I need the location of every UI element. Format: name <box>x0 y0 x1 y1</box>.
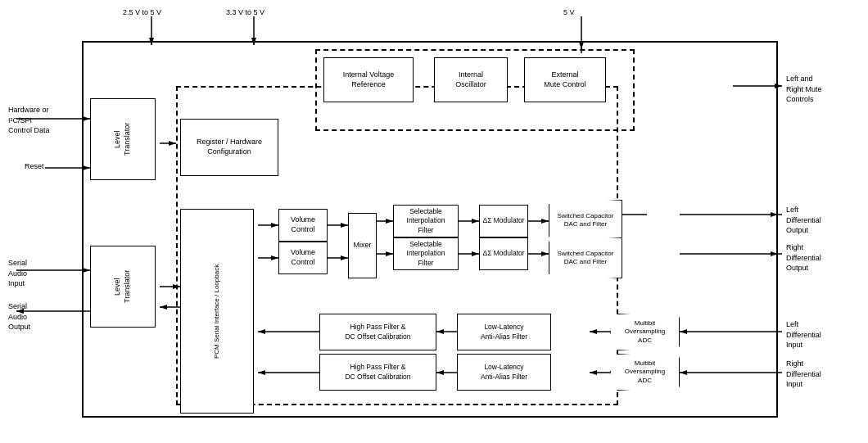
right-diff-in-label: RightDifferentialInput <box>786 359 821 390</box>
register-hw-config-block: Register / HardwareConfiguration <box>180 119 278 176</box>
reset-label: Reset <box>25 161 44 172</box>
selectable-interp-bottom-block: SelectableInterpolationFilter <box>393 237 459 270</box>
switched-cap-top-block: Switched CapacitorDAC and Filter <box>549 200 622 241</box>
high-pass-filter-bottom-block: High Pass Filter &DC Offset Calibration <box>319 354 436 391</box>
external-mute-control-block: ExternalMute Control <box>524 57 606 102</box>
left-diff-out-label: LeftDifferentialOutput <box>786 205 821 236</box>
volume-control-top-block: VolumeControl <box>278 209 328 242</box>
level-translator-bottom-block: LevelTranslator <box>90 246 156 328</box>
multibit-adc-top-block: MultibitOversamplingADC <box>610 314 680 350</box>
left-right-mute-label: Left andRight MuteControls <box>786 74 822 105</box>
voltage-label-5: 5 V <box>563 8 575 16</box>
mixer-block: Mixer <box>348 213 377 278</box>
internal-voltage-ref-block: Internal VoltageReference <box>323 57 414 102</box>
low-latency-top-block: Low-LatencyAnti-Alias Filter <box>457 314 551 350</box>
selectable-interp-top-block: SelectableInterpolationFilter <box>393 205 459 237</box>
delta-sigma-top-block: ΔΣ Modulator <box>479 205 528 237</box>
delta-sigma-bottom-block: ΔΣ Modulator <box>479 237 528 270</box>
left-diff-in-label: LeftDifferentialInput <box>786 319 821 350</box>
serial-audio-output-label: SerialAudioOutput <box>8 301 30 332</box>
serial-audio-input-label: SerialAudioInput <box>8 258 27 289</box>
volume-control-bottom-block: VolumeControl <box>278 242 328 274</box>
voltage-label-25-5: 2.5 V to 5 V <box>123 8 161 16</box>
right-diff-out-label: RightDifferentialOutput <box>786 242 821 273</box>
low-latency-bottom-block: Low-LatencyAnti-Alias Filter <box>457 354 551 391</box>
multibit-adc-bottom-block: MultibitOversamplingADC <box>610 354 680 391</box>
internal-oscillator-block: InternalOscillator <box>434 57 508 102</box>
voltage-label-33-5: 3.3 V to 5 V <box>226 8 264 16</box>
level-translator-top-block: LevelTranslator <box>90 98 156 180</box>
pcm-serial-interface-block: PCM Serial Interface / Loopback <box>180 209 254 414</box>
hardware-control-label: Hardware orI²C/SPIControl Data <box>8 105 78 136</box>
switched-cap-bottom-block: Switched CapacitorDAC and Filter <box>549 237 622 278</box>
high-pass-filter-top-block: High Pass Filter &DC Offset Calibration <box>319 314 436 350</box>
